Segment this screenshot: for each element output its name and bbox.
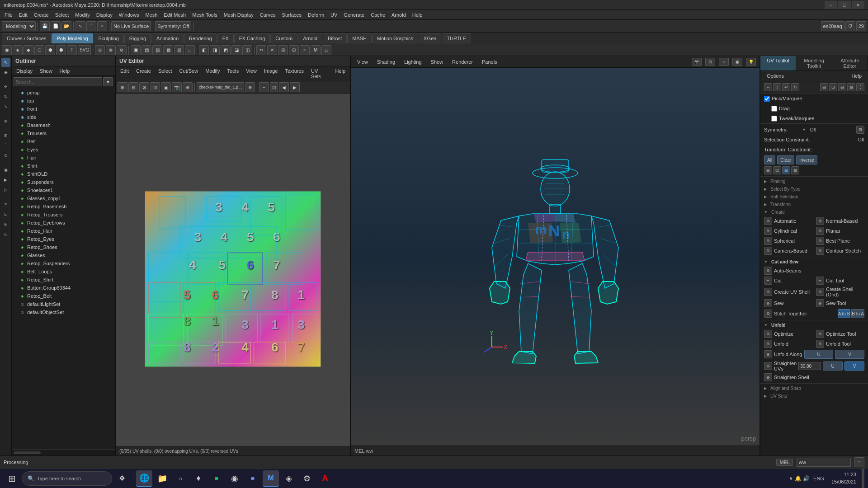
language-indicator[interactable]: ENG xyxy=(811,476,826,481)
clear-button[interactable]: Clear xyxy=(777,155,794,164)
list-item[interactable]: ◉ persp xyxy=(12,89,115,97)
shelf-btn-8[interactable]: ⊕ xyxy=(95,45,105,55)
list-item[interactable]: ◈ Retop_Hair xyxy=(12,227,115,235)
menu-generate[interactable]: Generate xyxy=(341,11,367,19)
list-item[interactable]: ◉ front xyxy=(12,105,115,113)
menu-modify[interactable]: Modify xyxy=(72,11,92,19)
transform-icon-1[interactable]: ↔ xyxy=(764,83,772,91)
shelf-btn-12[interactable]: ▤ xyxy=(142,45,151,55)
taskbar-app3-btn[interactable]: ◈ xyxy=(281,470,297,487)
close-button[interactable]: × xyxy=(852,1,864,9)
shelf-btn-7[interactable]: T xyxy=(67,45,77,55)
shelf-btn-24[interactable]: ⊞ xyxy=(278,45,288,55)
outliner-menu-display[interactable]: Display xyxy=(14,67,35,75)
uv-img-toggle[interactable]: ⊕ xyxy=(245,82,255,92)
list-item[interactable]: ◈ Shirt xyxy=(12,162,115,170)
snap-to-point-btn[interactable]: ⊙ xyxy=(1,151,10,160)
normal-based-icon[interactable]: ⊕ xyxy=(816,217,824,225)
unfold-along-u-button[interactable]: U xyxy=(804,350,834,359)
viewport-3d[interactable]: m N n X Y Z persp xyxy=(351,68,760,446)
vp-cam-btn[interactable]: 📷 xyxy=(692,58,702,66)
new-scene-button[interactable]: 📄 xyxy=(51,21,61,31)
show-manip-btn[interactable]: ⊕ xyxy=(1,117,10,126)
list-item[interactable]: ◈ Retop_Trousers xyxy=(12,211,115,219)
uv-checker-map[interactable]: checker-map_tho_1.p... xyxy=(197,82,244,92)
list-item[interactable]: ◉ side xyxy=(12,113,115,121)
select-by-type-section[interactable]: ▶ Select By Type xyxy=(760,185,868,193)
best-plane-icon[interactable]: ⊕ xyxy=(816,237,824,245)
soft-selection-section[interactable]: ▶ Soft Selection xyxy=(760,193,868,201)
shelf-btn-25[interactable]: ⊟ xyxy=(289,45,299,55)
shelf-btn-27[interactable]: M xyxy=(311,45,321,55)
list-item[interactable]: ◈ Retop_Shoes xyxy=(12,243,115,251)
transform-icon-2[interactable]: ↕ xyxy=(773,83,781,91)
uv-tb-5[interactable]: ▣ xyxy=(161,82,171,92)
list-item[interactable]: ◈ Button:Group60344 xyxy=(12,284,115,292)
tab-xgen[interactable]: XGen xyxy=(419,33,441,43)
list-item[interactable]: ◈ Retop_Basemesh xyxy=(12,202,115,211)
list-item[interactable]: ◈ ShirtOLD xyxy=(12,170,115,178)
straighten-shell-icon[interactable]: ⊕ xyxy=(764,373,772,381)
tab-poly-modeling[interactable]: Poly Modeling xyxy=(52,33,93,43)
list-item[interactable]: ◎ defaultObjectSet xyxy=(12,308,115,316)
side-tool-1[interactable]: ≡ xyxy=(1,200,10,209)
menu-curves[interactable]: Curves xyxy=(257,11,278,19)
taskbar-discord-btn[interactable]: ● xyxy=(245,470,261,487)
unfold-section-header[interactable]: ▼ Unfold xyxy=(760,321,868,329)
uv-tb-6[interactable]: ⊕ xyxy=(183,82,193,92)
uv-tb-1[interactable]: ⊞ xyxy=(118,82,127,92)
vp-smooth-btn[interactable]: ○ xyxy=(719,58,729,66)
transform-icon-9[interactable]: ⋮ xyxy=(856,83,864,91)
uv-menu-view[interactable]: View xyxy=(243,67,259,80)
auto-seams-icon[interactable]: ⊕ xyxy=(764,267,772,275)
outliner-search-input[interactable] xyxy=(14,77,102,86)
show-desktop-btn[interactable] xyxy=(862,469,864,488)
inverse-button[interactable]: Inverse xyxy=(796,155,817,164)
taskbar-acrobat-btn[interactable]: A xyxy=(317,470,333,487)
tab-sculpting[interactable]: Sculpting xyxy=(94,33,124,43)
snap-to-curve-btn[interactable]: ⌒ xyxy=(1,141,10,150)
stitch-b-to-a-button[interactable]: B to A xyxy=(851,309,864,318)
shelf-btn-22[interactable]: ✂ xyxy=(256,45,266,55)
transform-icon-4[interactable]: ↻ xyxy=(791,83,799,91)
tab-arnold[interactable]: Arnold xyxy=(298,33,322,43)
create-shell-grid-icon[interactable]: ⊕ xyxy=(816,288,824,296)
uv-nav-right[interactable]: ▶ xyxy=(290,82,300,92)
menu-create[interactable]: Create xyxy=(31,11,52,19)
menu-cache[interactable]: Cache xyxy=(368,11,388,19)
camera-tool-btn[interactable]: ◉ xyxy=(1,165,10,174)
selection-constraint-value[interactable]: Off xyxy=(858,137,864,142)
select-tool[interactable]: ↖ xyxy=(75,21,85,31)
symmetry-btn[interactable]: ⊞ xyxy=(856,126,864,134)
side-tool-3[interactable]: ⊞ xyxy=(1,220,10,229)
camera-based-icon[interactable]: ⊕ xyxy=(764,247,772,255)
tab-mash[interactable]: MASH xyxy=(347,33,372,43)
shelf-btn-19[interactable]: ◩ xyxy=(221,45,231,55)
ipr-btn[interactable]: ▷ xyxy=(1,185,10,194)
taskbar-search[interactable]: 🔍 Type here to search xyxy=(22,471,112,486)
minimize-button[interactable]: − xyxy=(825,1,837,9)
transform-icon-6[interactable]: ⊡ xyxy=(829,83,837,91)
stitch-a-to-b-button[interactable]: A to B xyxy=(838,309,851,318)
sew-icon[interactable]: ⊕ xyxy=(764,299,772,307)
uv-tb-2[interactable]: ⊟ xyxy=(128,82,138,92)
menu-edit-mesh[interactable]: Edit Mesh xyxy=(161,11,189,19)
uv-sets-section[interactable]: ▶ UV Sets xyxy=(760,392,868,400)
all-button[interactable]: All xyxy=(764,155,775,164)
uv-menu-create[interactable]: Create xyxy=(133,67,154,80)
uv-menu-textures[interactable]: Textures xyxy=(282,67,307,80)
viewport-menu-renderer[interactable]: Renderer xyxy=(449,58,476,66)
cylindrical-icon[interactable]: ⊕ xyxy=(764,227,772,235)
symmetry-off[interactable]: Symmetry: Off xyxy=(155,21,191,31)
spherical-icon[interactable]: ⊕ xyxy=(764,237,772,245)
uv-menu-uvsets[interactable]: UV Sets xyxy=(308,67,330,80)
uv-menu-tools[interactable]: Tools xyxy=(225,67,242,80)
list-item[interactable]: ◈ Retop_Belt xyxy=(12,292,115,300)
shelf-btn-18[interactable]: ◨ xyxy=(210,45,220,55)
tab-attribute-editor[interactable]: Attribute Editor xyxy=(832,56,868,70)
shelf-btn-2[interactable]: ◈ xyxy=(13,45,23,55)
menu-arnold[interactable]: Arnold xyxy=(389,11,409,19)
side-tool-4[interactable]: ⊟ xyxy=(1,230,10,239)
cut-and-sew-section-header[interactable]: ▼ Cut and Sew xyxy=(760,258,868,266)
straighten-v-button[interactable]: V xyxy=(844,361,864,371)
